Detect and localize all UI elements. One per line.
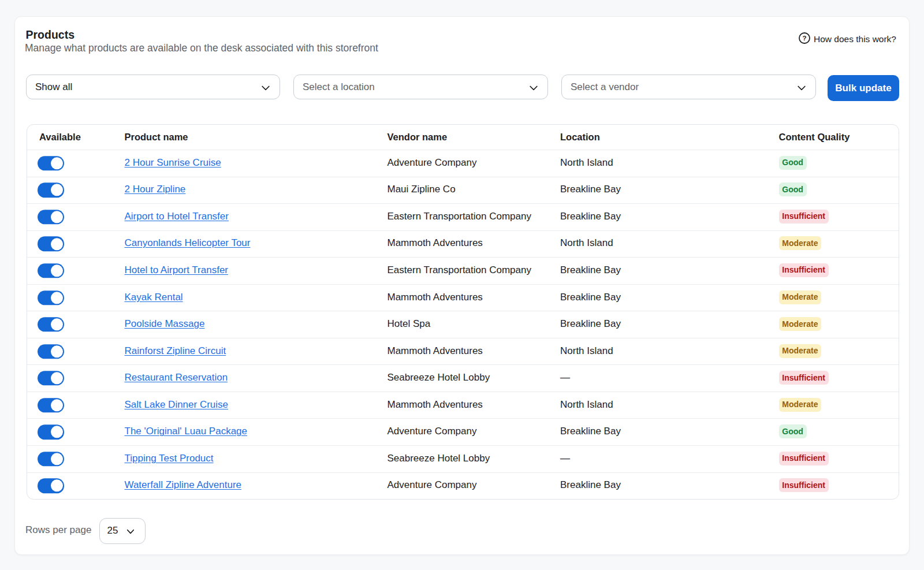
svg-text:?: ? — [802, 35, 806, 42]
